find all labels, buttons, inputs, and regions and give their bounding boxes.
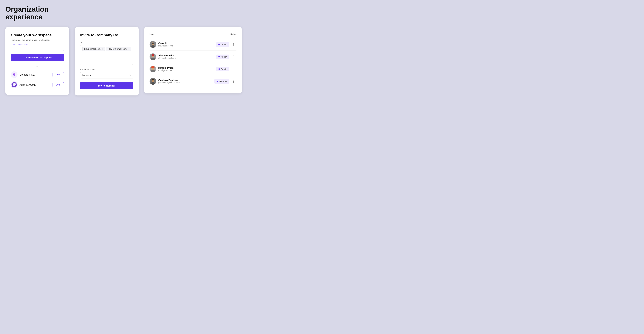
- table-row: Gustavo Baptista gustavoba@yahoo.com Mem…: [150, 75, 236, 87]
- email-tag-close-0[interactable]: ×: [102, 48, 103, 50]
- role-cell-2: Admin ⋮: [200, 63, 236, 75]
- create-workspace-card: Create your workspace First, enter the n…: [6, 27, 70, 95]
- more-button-2[interactable]: ⋮: [231, 66, 236, 71]
- roles-select[interactable]: Member Admin Viewer: [80, 72, 134, 78]
- col-header-roles: Roles: [200, 33, 236, 38]
- workspace-name-input-group: Workspace name: [11, 45, 64, 51]
- cards-container: Create your workspace First, enter the n…: [6, 27, 638, 95]
- user-name-3: Gustavo Baptista: [158, 79, 180, 81]
- divider-text: or: [36, 65, 38, 67]
- user-cell-3: Gustavo Baptista gustavoba@yahoo.com: [150, 75, 200, 87]
- email-tag-1: xtaylor@gmail.com ×: [106, 47, 131, 51]
- invite-to-label: To: [80, 41, 134, 43]
- org-name-company-co: Company Co.: [20, 73, 35, 76]
- role-dot-1: [218, 56, 220, 57]
- user-info-2: Miracle Press mp@gmail.com: [158, 66, 174, 71]
- user-avatar-1: [150, 53, 156, 60]
- svg-point-22: [152, 79, 154, 80]
- divider-line-right: [40, 66, 64, 66]
- user-avatar-3: [150, 78, 156, 85]
- user-name-1: Alena Herwitz: [158, 54, 176, 57]
- role-badge-3: Member: [214, 79, 229, 84]
- email-tag-address-0: lyoung@aol.com: [84, 48, 100, 50]
- divider-line-left: [11, 66, 34, 66]
- role-dot-3: [216, 81, 218, 82]
- user-info-1: Alena Herwitz alena@hotmail.com: [158, 54, 176, 59]
- user-avatar-0: [150, 41, 156, 48]
- users-card: User Roles Carol Li lyoung@aol.com: [144, 27, 242, 93]
- table-row: Carol Li lyoung@aol.com Admin ⋮: [150, 38, 236, 51]
- user-email-1: alena@hotmail.com: [158, 57, 176, 59]
- added-as-roles-label: Added as roles: [80, 68, 134, 71]
- email-input-area[interactable]: lyoung@aol.com × xtaylor@gmail.com ×: [80, 45, 134, 65]
- user-info-0: Carol Li lyoung@aol.com: [158, 42, 174, 47]
- role-dot-2: [218, 68, 220, 70]
- more-button-0[interactable]: ⋮: [231, 42, 236, 47]
- agency-acme-logo: [11, 81, 18, 88]
- role-badge-2: Admin: [216, 67, 229, 71]
- more-button-3[interactable]: ⋮: [231, 79, 236, 84]
- create-workspace-button[interactable]: Create a new workspace: [11, 54, 64, 61]
- user-name-2: Miracle Press: [158, 66, 174, 69]
- workspace-card-title: Create your workspace: [11, 33, 64, 37]
- invite-card-title: Invite to Company Co.: [80, 33, 134, 37]
- user-name-0: Carol Li: [158, 42, 174, 45]
- org-item-agency-acme: Agency ACME Join: [11, 81, 64, 89]
- role-cell-1: Admin ⋮: [200, 51, 236, 63]
- user-cell-2: Miracle Press mp@gmail.com: [150, 63, 200, 75]
- role-dot-0: [218, 44, 220, 45]
- role-cell-0: Admin ⋮: [200, 38, 236, 51]
- role-cell-3: Member ⋮: [200, 75, 236, 87]
- join-button-company-co[interactable]: Join: [52, 72, 64, 77]
- user-cell-1: Alena Herwitz alena@hotmail.com: [150, 51, 200, 63]
- svg-rect-4: [14, 85, 16, 85]
- company-co-logo: [11, 71, 18, 78]
- svg-rect-3: [14, 83, 16, 85]
- col-header-user: User: [150, 33, 200, 38]
- user-cell-0: Carol Li lyoung@aol.com: [150, 38, 200, 51]
- org-item-company-co: Company Co. Join: [11, 70, 64, 79]
- more-button-1[interactable]: ⋮: [231, 54, 236, 59]
- org-list: Company Co. Join Ag: [11, 70, 64, 89]
- user-info-3: Gustavo Baptista gustavoba@yahoo.com: [158, 79, 180, 84]
- org-name-agency-acme: Agency ACME: [20, 83, 36, 86]
- workspace-card-subtitle: First, enter the name of your workspace.: [11, 39, 64, 41]
- workspace-name-input[interactable]: [13, 47, 62, 49]
- invite-card: Invite to Company Co. To lyoung@aol.com …: [75, 27, 139, 95]
- user-avatar-2: [150, 66, 156, 72]
- email-tag-close-1[interactable]: ×: [128, 48, 129, 50]
- page-title: Organization experience: [6, 5, 638, 21]
- join-button-agency-acme[interactable]: Join: [52, 82, 64, 87]
- users-table: User Roles Carol Li lyoung@aol.com: [150, 33, 236, 87]
- invite-member-button[interactable]: Invite member: [80, 82, 134, 89]
- workspace-name-label: Workspace name: [13, 43, 28, 45]
- svg-point-14: [152, 54, 154, 56]
- email-tag-address-1: xtaylor@gmail.com: [108, 48, 127, 50]
- svg-point-18: [151, 66, 154, 68]
- table-row: Miracle Press mp@gmail.com Admin ⋮: [150, 63, 236, 75]
- email-tag-0: lyoung@aol.com ×: [82, 47, 105, 51]
- table-row: Alena Herwitz alena@hotmail.com Admin ⋮: [150, 51, 236, 63]
- role-badge-0: Admin: [216, 42, 229, 47]
- user-email-3: gustavoba@yahoo.com: [158, 81, 180, 84]
- user-email-0: lyoung@aol.com: [158, 45, 174, 47]
- divider: or: [11, 65, 64, 67]
- role-badge-1: Admin: [216, 54, 229, 59]
- user-email-2: mp@gmail.com: [158, 69, 174, 71]
